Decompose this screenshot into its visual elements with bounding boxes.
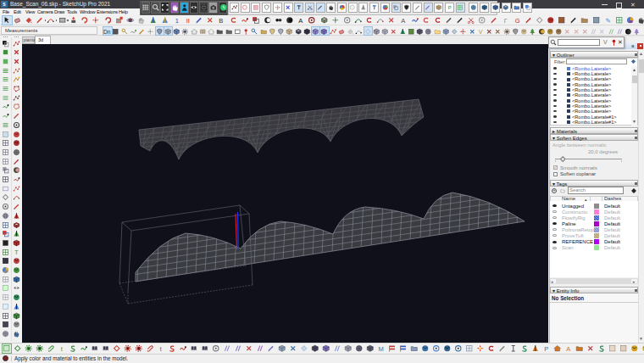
svg-text:T: T <box>14 249 19 256</box>
svg-text:G: G <box>514 17 519 25</box>
svg-text:V: V <box>479 28 483 34</box>
svg-text:Γ: Γ <box>504 17 508 25</box>
svg-text:t: t <box>60 345 63 353</box>
svg-text:Dn: Dn <box>103 28 111 34</box>
svg-text:B: B <box>219 17 224 25</box>
svg-text:P: P <box>544 345 548 353</box>
svg-text:II: II <box>186 17 189 25</box>
svg-text:P: P <box>447 4 451 9</box>
svg-text:A: A <box>401 17 405 25</box>
svg-text:t: t <box>159 345 162 353</box>
svg-text:1: 1 <box>175 17 178 25</box>
svg-text:M: M <box>378 345 383 353</box>
svg-text:A: A <box>566 345 570 353</box>
svg-text:A: A <box>298 17 303 25</box>
svg-text:✎: ✎ <box>605 17 610 25</box>
